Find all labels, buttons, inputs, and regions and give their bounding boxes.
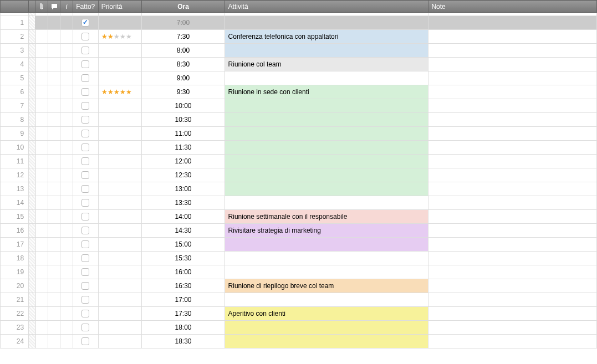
info-cell[interactable] [60,141,73,155]
row-drag-handle[interactable] [29,44,35,58]
activity-cell[interactable]: Rivisitare strategia di marketing [224,224,428,238]
priority-cell[interactable] [98,16,142,30]
time-cell[interactable]: 17:30 [142,307,224,321]
note-cell[interactable] [428,16,597,30]
priority-cell[interactable] [98,196,142,210]
time-cell[interactable]: 15:30 [142,252,224,265]
row-drag-handle[interactable] [29,293,35,307]
done-cell[interactable] [73,85,98,99]
priority-cell[interactable] [98,113,142,127]
row-number[interactable]: 21 [1,293,29,307]
attachment-cell[interactable] [35,293,48,307]
row-drag-handle[interactable] [29,99,35,113]
activity-cell[interactable] [224,44,428,58]
row-number[interactable]: 6 [1,85,29,99]
attachment-cell[interactable] [35,85,48,99]
time-cell[interactable]: 16:00 [142,265,224,279]
comment-cell[interactable] [48,99,60,113]
time-cell[interactable]: 18:00 [142,321,224,335]
row-drag-handle[interactable] [29,168,35,182]
done-checkbox[interactable] [81,282,89,290]
done-cell[interactable] [73,307,98,321]
row-drag-handle[interactable] [29,58,35,71]
done-cell[interactable] [73,252,98,265]
done-cell[interactable] [73,155,98,168]
row-number[interactable]: 18 [1,252,29,265]
info-cell[interactable] [60,182,73,196]
time-cell[interactable]: 16:30 [142,279,224,293]
time-cell[interactable]: 11:00 [142,127,224,141]
done-checkbox[interactable] [81,88,89,96]
time-cell[interactable]: 15:00 [142,238,224,252]
priority-cell[interactable] [98,58,142,71]
priority-cell[interactable] [98,127,142,141]
done-cell[interactable] [73,99,98,113]
note-cell[interactable] [428,321,597,335]
done-checkbox[interactable] [81,213,89,221]
done-cell[interactable] [73,224,98,238]
activity-cell[interactable] [224,196,428,210]
header-attachment[interactable] [35,1,48,13]
note-cell[interactable] [428,155,597,168]
done-cell[interactable] [73,168,98,182]
info-cell[interactable] [60,113,73,127]
note-cell[interactable] [428,293,597,307]
comment-cell[interactable] [48,182,60,196]
info-cell[interactable] [60,168,73,182]
row-drag-handle[interactable] [29,71,35,85]
row-number[interactable]: 2 [1,30,29,44]
info-cell[interactable] [60,265,73,279]
row-number[interactable]: 14 [1,196,29,210]
priority-cell[interactable] [98,279,142,293]
done-cell[interactable] [73,141,98,155]
info-cell[interactable] [60,30,73,44]
row-number[interactable]: 22 [1,307,29,321]
time-cell[interactable]: 8:30 [142,58,224,71]
activity-cell[interactable] [224,16,428,30]
priority-cell[interactable] [98,335,142,348]
attachment-cell[interactable] [35,238,48,252]
attachment-cell[interactable] [35,44,48,58]
comment-cell[interactable] [48,155,60,168]
comment-cell[interactable] [48,265,60,279]
priority-cell[interactable] [98,265,142,279]
attachment-cell[interactable] [35,155,48,168]
row-drag-handle[interactable] [29,85,35,99]
comment-cell[interactable] [48,307,60,321]
row-number[interactable]: 7 [1,99,29,113]
time-cell[interactable]: 10:00 [142,99,224,113]
done-cell[interactable] [73,127,98,141]
done-cell[interactable] [73,279,98,293]
attachment-cell[interactable] [35,252,48,265]
attachment-cell[interactable] [35,141,48,155]
priority-cell[interactable] [98,252,142,265]
note-cell[interactable] [428,30,597,44]
info-cell[interactable] [60,58,73,71]
row-drag-handle[interactable] [29,155,35,168]
done-checkbox[interactable] [81,254,89,262]
row-drag-handle[interactable] [29,321,35,335]
row-number[interactable]: 8 [1,113,29,127]
time-cell[interactable]: 17:00 [142,293,224,307]
row-drag-handle[interactable] [29,16,35,30]
row-drag-handle[interactable] [29,141,35,155]
header-priority[interactable]: Priorità [98,1,142,13]
row-number[interactable]: 12 [1,168,29,182]
done-cell[interactable] [73,44,98,58]
comment-cell[interactable] [48,279,60,293]
attachment-cell[interactable] [35,321,48,335]
row-number[interactable]: 17 [1,238,29,252]
info-cell[interactable] [60,44,73,58]
done-cell[interactable] [73,16,98,30]
time-cell[interactable]: 13:00 [142,182,224,196]
activity-cell[interactable] [224,335,428,348]
note-cell[interactable] [428,141,597,155]
attachment-cell[interactable] [35,279,48,293]
attachment-cell[interactable] [35,99,48,113]
note-cell[interactable] [428,168,597,182]
done-checkbox[interactable] [81,116,89,124]
done-checkbox[interactable] [81,296,89,304]
done-checkbox[interactable] [81,143,89,151]
row-number[interactable]: 5 [1,71,29,85]
comment-cell[interactable] [48,238,60,252]
